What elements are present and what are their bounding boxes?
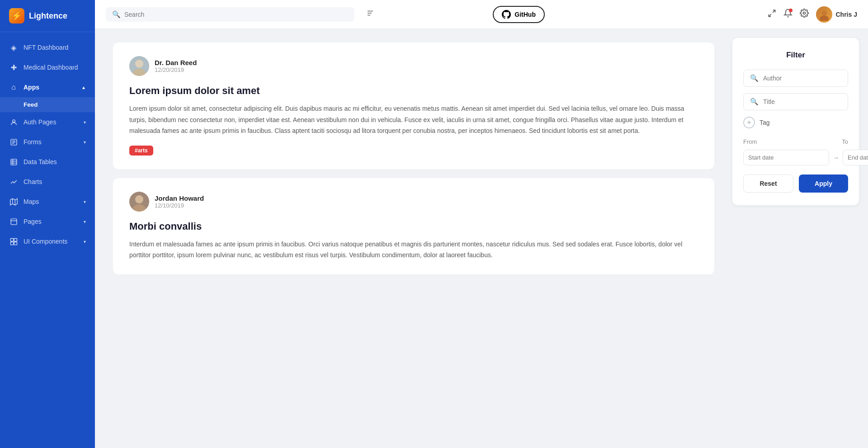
svg-point-23 (803, 12, 805, 14)
header: 🔍 GitHub Chris J (95, 0, 868, 29)
user-name: Chris J (836, 11, 857, 18)
title-filter-input[interactable] (763, 98, 841, 105)
charts-icon (9, 177, 18, 186)
article-body: Lorem ipsum dolor sit amet, consectetur … (129, 103, 698, 137)
data-tables-icon (9, 157, 18, 166)
sidebar-item-label: Forms (24, 138, 42, 146)
sidebar-item-apps[interactable]: ⌂ Apps ▲ (0, 77, 95, 97)
author-info: Jordan Howard 12/10/2019 (155, 194, 204, 209)
svg-point-25 (819, 15, 828, 21)
sidebar-item-label: NFT Dashboard (24, 44, 68, 51)
reset-button[interactable]: Reset (743, 174, 793, 193)
search-input[interactable] (124, 11, 348, 18)
tag-add-row[interactable]: + Tag (743, 117, 848, 128)
settings-button[interactable] (800, 9, 809, 20)
search-icon: 🔍 (112, 10, 121, 19)
sidebar-item-forms[interactable]: Forms ▾ (0, 132, 95, 152)
sidebar-item-auth-pages[interactable]: Auth Pages ▾ (0, 112, 95, 132)
notification-dot (789, 9, 793, 12)
article-tags: #arts (129, 146, 698, 156)
sidebar-item-label: Maps (24, 198, 39, 205)
article-card: Dr. Dan Reed 12/20/2019 Lorem ipsum dolo… (113, 42, 714, 169)
author-avatar (129, 192, 149, 212)
author-filter-field[interactable]: 🔍 (743, 70, 848, 87)
ui-components-chevron-icon: ▾ (84, 239, 86, 244)
sidebar-item-nft-dashboard[interactable]: ◈ NFT Dashboard (0, 38, 95, 57)
svg-rect-16 (10, 242, 13, 245)
apps-icon: ⌂ (9, 83, 18, 92)
date-range-labels: From To (743, 138, 848, 145)
date-inputs-row: → (743, 150, 848, 165)
avatar (816, 6, 832, 23)
filter-toggle-button[interactable] (362, 7, 379, 21)
github-button[interactable]: GitHub (493, 6, 545, 23)
svg-point-24 (821, 10, 826, 15)
article-body: Interdum et malesuada fames ac ante ipsu… (129, 239, 698, 261)
main-content: 🔍 GitHub Chris J (95, 0, 868, 448)
sidebar-item-medical-dashboard[interactable]: ✚ Medical Dashboard (0, 57, 95, 77)
svg-point-33 (135, 195, 143, 203)
tag-badge[interactable]: #arts (129, 146, 153, 156)
date-arrow-icon: → (833, 154, 839, 161)
sidebar-item-label: Data Tables (24, 158, 57, 165)
svg-point-29 (135, 60, 143, 68)
feed-area: Dr. Dan Reed 12/20/2019 Lorem ipsum dolo… (95, 29, 732, 448)
title-search-icon: 🔍 (750, 98, 759, 106)
author-info: Dr. Dan Reed 12/20/2019 (155, 59, 197, 73)
sidebar-item-maps[interactable]: Maps ▾ (0, 192, 95, 212)
svg-line-22 (769, 14, 771, 17)
article-title: Lorem ipsum dolor sit amet (129, 85, 698, 97)
article-title: Morbi convallis (129, 221, 698, 232)
sidebar-item-data-tables[interactable]: Data Tables (0, 152, 95, 172)
logo-icon: ⚡ (9, 8, 24, 24)
author-name: Jordan Howard (155, 194, 204, 202)
sidebar-item-label: Apps (24, 84, 39, 91)
sidebar-item-label: Medical Dashboard (24, 64, 78, 71)
author-filter-input[interactable] (763, 75, 841, 82)
author-avatar (129, 56, 149, 76)
sidebar-item-label: Pages (24, 218, 42, 225)
content-area: Dr. Dan Reed 12/20/2019 Lorem ipsum dolo… (95, 29, 868, 448)
filter-actions: Reset Apply (743, 174, 848, 193)
notification-button[interactable] (783, 9, 793, 20)
fullscreen-button[interactable] (768, 9, 776, 20)
medical-dashboard-icon: ✚ (9, 63, 18, 72)
from-label: From (743, 138, 757, 145)
pages-chevron-icon: ▾ (84, 219, 86, 224)
svg-marker-9 (10, 198, 17, 205)
sidebar-item-ui-components[interactable]: UI Components ▾ (0, 231, 95, 251)
author-date: 12/20/2019 (155, 66, 197, 73)
author-row: Dr. Dan Reed 12/20/2019 (129, 56, 698, 76)
maps-chevron-icon: ▾ (84, 199, 86, 204)
auth-chevron-icon: ▾ (84, 120, 86, 125)
author-row: Jordan Howard 12/10/2019 (129, 192, 698, 212)
feed-label: Feed (24, 101, 38, 108)
maps-icon (9, 197, 18, 206)
end-date-input[interactable] (843, 150, 868, 165)
apply-button[interactable]: Apply (799, 174, 848, 193)
sidebar: ⚡ Lightence ◈ NFT Dashboard ✚ Medical Da… (0, 0, 95, 448)
sidebar-item-label: Auth Pages (24, 118, 56, 126)
forms-chevron-icon: ▾ (84, 140, 86, 145)
apps-chevron-icon: ▲ (81, 85, 86, 90)
sidebar-item-feed[interactable]: Feed (0, 97, 95, 112)
auth-pages-icon (9, 118, 18, 127)
svg-line-21 (773, 10, 775, 13)
sidebar-item-pages[interactable]: Pages ▾ (0, 212, 95, 231)
title-filter-field[interactable]: 🔍 (743, 93, 848, 110)
sidebar-logo[interactable]: ⚡ Lightence (0, 0, 95, 32)
sidebar-nav: ◈ NFT Dashboard ✚ Medical Dashboard ⌂ Ap… (0, 32, 95, 448)
svg-point-0 (12, 119, 15, 122)
author-search-icon: 🔍 (750, 74, 759, 82)
ui-components-icon (9, 237, 18, 246)
svg-rect-15 (14, 238, 17, 241)
svg-rect-5 (11, 159, 17, 165)
user-profile[interactable]: Chris J (816, 6, 857, 23)
svg-rect-17 (14, 242, 17, 245)
tag-plus-icon: + (743, 117, 755, 128)
article-card: Jordan Howard 12/10/2019 Morbi convallis… (113, 178, 714, 274)
sidebar-item-label: UI Components (24, 238, 67, 245)
sidebar-item-charts[interactable]: Charts (0, 172, 95, 192)
search-bar[interactable]: 🔍 (106, 7, 354, 22)
start-date-input[interactable] (743, 150, 829, 165)
